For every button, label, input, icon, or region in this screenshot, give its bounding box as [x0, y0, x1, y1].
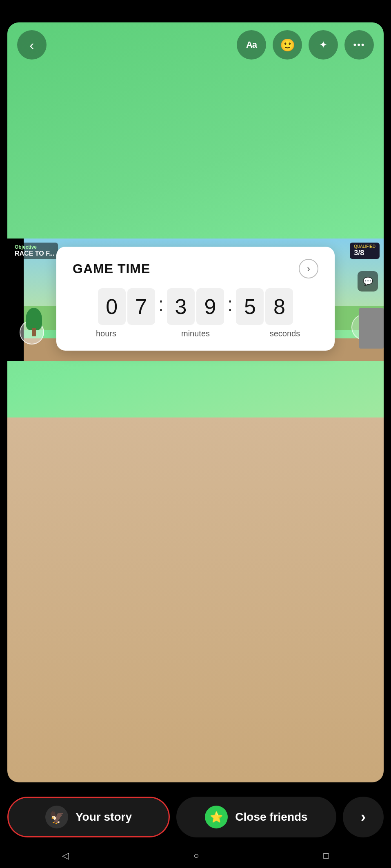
chat-icon: 💬: [363, 276, 373, 286]
minutes-digit-2: 9: [196, 288, 224, 325]
toolbar-right: Aa 🙂 ✦ •••: [237, 30, 374, 60]
more-button[interactable]: •••: [344, 30, 374, 60]
avatar-icon: 🦅: [49, 810, 64, 824]
star-icon: ⭐: [210, 811, 223, 824]
game-time-title: GAME TIME: [73, 261, 150, 276]
colon-1: :: [157, 293, 165, 316]
toolbar-left: ‹: [17, 30, 47, 60]
text-tool-label: Aa: [246, 40, 257, 50]
sticker-tool-icon: 🙂: [280, 38, 295, 52]
android-back-button[interactable]: ◁: [62, 850, 69, 861]
qualified-label: QUALIFIED: [354, 244, 375, 249]
close-friends-button[interactable]: ⭐ Close friends: [176, 797, 336, 837]
sticker-tool-button[interactable]: 🙂: [273, 30, 302, 60]
effects-icon: ✦: [319, 39, 327, 51]
seconds-label: seconds: [255, 329, 315, 338]
tree-decoration-1: [26, 308, 42, 336]
seconds-digit-2: 8: [265, 288, 293, 325]
toolbar: ‹ Aa 🙂 ✦ •••: [7, 22, 384, 67]
time-display: 0 7 : 3 9 : 5 8: [73, 288, 318, 325]
minutes-label: minutes: [136, 329, 255, 338]
android-recents-button[interactable]: □: [323, 850, 329, 861]
hours-digit-2: 7: [127, 288, 155, 325]
bottom-action-bar: 🦅 Your story ⭐ Close friends ›: [7, 791, 384, 844]
seconds-digit-1: 5: [236, 288, 264, 325]
game-time-next-button[interactable]: ›: [299, 259, 318, 278]
game-hud-left: Objective RACE TO F...: [11, 243, 58, 259]
race-label: RACE TO F...: [15, 250, 55, 257]
minutes-digit-1: 3: [167, 288, 195, 325]
next-arrow-icon: ›: [361, 808, 366, 826]
text-tool-button[interactable]: Aa: [237, 30, 266, 60]
your-story-button[interactable]: 🦅 Your story: [7, 797, 170, 837]
game-time-header: GAME TIME ›: [73, 259, 318, 278]
next-chevron-icon: ›: [307, 263, 310, 274]
story-avatar: 🦅: [45, 806, 68, 828]
your-story-label: Your story: [76, 811, 132, 824]
android-home-button[interactable]: ○: [193, 850, 199, 861]
hours-label: hours: [76, 329, 136, 338]
objective-label: Objective: [15, 244, 55, 250]
back-button[interactable]: ‹: [17, 30, 47, 60]
tan-background: [7, 417, 384, 782]
android-nav-bar: ◁ ○ □: [0, 844, 391, 868]
back-icon: ‹: [29, 37, 34, 53]
colon-2: :: [226, 293, 234, 316]
more-icon: •••: [353, 40, 365, 50]
hours-digit-1: 0: [98, 288, 126, 325]
score-display: 3/8: [354, 249, 375, 257]
next-button[interactable]: ›: [343, 797, 384, 837]
game-time-widget: GAME TIME › 0 7 : 3 9 : 5 8 hours minute…: [56, 247, 335, 351]
wall-decoration: [359, 308, 384, 349]
game-hud-right: QUALIFIED 3/8: [350, 243, 380, 259]
game-chat-button[interactable]: 💬: [358, 271, 378, 292]
close-friends-icon: ⭐: [205, 806, 228, 828]
time-labels: hours minutes seconds: [73, 329, 318, 338]
story-container: ‹ Aa 🙂 ✦ ••• Objectiv: [7, 22, 384, 782]
effects-tool-button[interactable]: ✦: [309, 30, 338, 60]
close-friends-label: Close friends: [235, 811, 307, 824]
